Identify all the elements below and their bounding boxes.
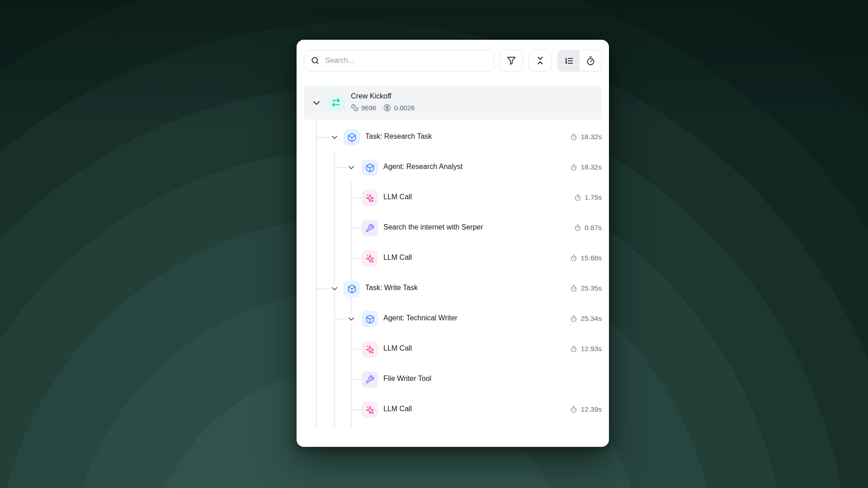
box-icon (344, 281, 360, 297)
tree-row-task-write[interactable]: Task: Write Task 25.35s (297, 279, 609, 299)
search-icon (311, 56, 320, 65)
collapse-all-button[interactable] (528, 50, 552, 71)
wrench-icon (362, 220, 378, 236)
timer-icon (570, 406, 577, 413)
wrench-icon (362, 371, 378, 388)
search-box[interactable] (304, 50, 494, 71)
timer-icon (570, 315, 577, 322)
box-icon (362, 160, 378, 176)
chevron-down-icon[interactable] (311, 98, 322, 108)
tree-connector (316, 288, 330, 289)
sparkles-icon (362, 402, 378, 418)
trace-metrics: 9696 0.0026 (351, 104, 415, 112)
row-duration: 1.75s (574, 193, 602, 202)
row-label: Agent: Technical Writer (383, 314, 458, 322)
row-label: File Writer Tool (383, 375, 431, 383)
row-label: LLM Call (383, 344, 412, 352)
box-icon (344, 129, 360, 145)
row-label: Task: Research Task (365, 132, 432, 141)
box-icon (362, 311, 378, 327)
chevron-down-icon[interactable] (330, 133, 339, 142)
tree-row-llm-call[interactable]: LLM Call 12.39s (297, 400, 609, 420)
row-label: Search the internet with Serper (383, 223, 483, 231)
tree-row-llm-call[interactable]: LLM Call 1.75s (297, 188, 609, 208)
funnel-icon (506, 56, 516, 66)
coins-icon (351, 104, 359, 112)
cost-value: 0.0026 (394, 104, 415, 112)
toolbar (304, 50, 602, 71)
timer-icon (570, 285, 577, 292)
row-duration: 12.39s (570, 405, 602, 413)
timer-icon (570, 133, 577, 141)
row-label: LLM Call (383, 253, 412, 262)
tree-row-serper-tool[interactable]: Search the internet with Serper 0.87s (297, 218, 609, 238)
trace-panel: Crew Kickoff 9696 0.0026 Task: Research … (297, 40, 609, 447)
token-count: 9696 (351, 104, 376, 112)
sparkles-icon (362, 250, 378, 267)
timeline-view-toggle[interactable] (580, 50, 601, 71)
arrow-right-left-icon (331, 98, 341, 108)
timer-icon (570, 164, 577, 171)
row-duration: 18.32s (570, 163, 602, 171)
search-input[interactable] (324, 56, 487, 65)
cost-amount: 0.0026 (383, 104, 415, 112)
tree-connector (351, 258, 362, 259)
chevron-down-icon[interactable] (347, 314, 356, 324)
token-value: 9696 (361, 104, 376, 112)
stopwatch-icon (586, 56, 595, 66)
list-view-toggle[interactable] (558, 50, 580, 71)
timer-icon (574, 224, 581, 231)
tree-connector (334, 319, 347, 319)
tree-connector (351, 409, 362, 410)
row-label: Task: Write Task (365, 284, 418, 292)
tree-row-agent-research-analyst[interactable]: Agent: Research Analyst 18.32s (297, 158, 609, 178)
trace-title: Crew Kickoff (351, 92, 392, 100)
row-duration: 12.93s (570, 345, 602, 353)
timer-icon (570, 345, 577, 352)
row-label: Agent: Research Analyst (383, 163, 462, 171)
row-duration: 25.35s (570, 284, 602, 292)
tree-connector (316, 137, 330, 138)
tree-row-agent-technical-writer[interactable]: Agent: Technical Writer 25.34s (297, 309, 609, 329)
tree-connector (334, 167, 347, 168)
row-label: LLM Call (383, 193, 412, 201)
tree-connector (351, 379, 362, 380)
dollar-circle-icon (383, 104, 391, 112)
tree-row-llm-call[interactable]: LLM Call 12.93s (297, 339, 609, 359)
chevron-down-icon[interactable] (330, 284, 339, 293)
chevron-down-icon[interactable] (347, 163, 356, 172)
trace-root-row[interactable]: Crew Kickoff 9696 0.0026 (304, 86, 602, 120)
row-duration: 18.32s (570, 133, 602, 141)
timer-icon (574, 194, 581, 201)
row-duration: 25.34s (570, 314, 602, 323)
tree-connector (351, 228, 362, 229)
sparkles-icon (362, 190, 378, 206)
row-duration: 0.87s (574, 224, 602, 232)
timer-icon (570, 254, 577, 262)
filter-button[interactable] (500, 50, 523, 71)
tree-connector (351, 349, 362, 350)
row-duration: 15.68s (570, 254, 602, 262)
tree-row-file-writer-tool[interactable]: File Writer Tool (297, 370, 609, 389)
sparkles-icon (362, 341, 378, 357)
tree-connector (351, 197, 362, 198)
chevrons-down-up-icon (535, 56, 545, 66)
crew-icon-badge (327, 94, 344, 111)
view-toggle-group (557, 50, 602, 71)
tree-row-llm-call[interactable]: LLM Call 15.68s (297, 249, 609, 268)
row-label: LLM Call (383, 405, 412, 413)
ordered-list-icon (564, 56, 574, 66)
tree-row-task-research[interactable]: Task: Research Task 18.32s (297, 127, 609, 147)
